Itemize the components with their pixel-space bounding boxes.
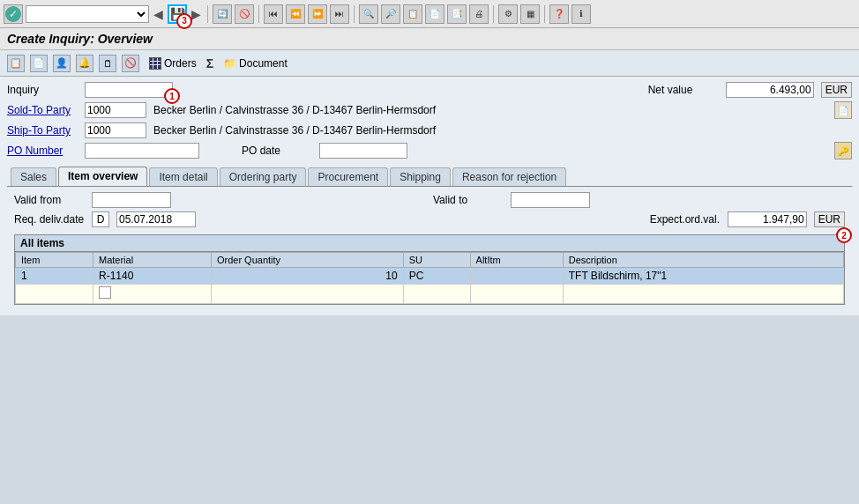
valid-to-label: Valid to <box>433 194 504 206</box>
sep5 <box>544 5 545 23</box>
st-icon1[interactable]: 📋 <box>7 55 25 72</box>
cell-item: 1 <box>16 268 93 285</box>
items-table: Item Material Order Quantity SU AltItm D… <box>15 252 844 304</box>
req-deliv-date-input[interactable] <box>116 211 196 227</box>
empty-alt <box>470 285 563 304</box>
print-button[interactable]: 🖨 <box>469 4 489 24</box>
sold-to-row: Sold-To Party Becker Berlin / Calvinstra… <box>7 101 852 119</box>
tab-ordering-party-label: Ordering party <box>229 171 297 183</box>
delivery-row: Req. deliv.date Expect.ord.val. EUR <box>14 211 845 227</box>
document-label: Document <box>239 57 288 70</box>
settings-button[interactable]: ⚙ <box>498 4 518 24</box>
empty-material <box>93 285 212 304</box>
sold-to-doc-icon[interactable]: 📄 <box>834 101 852 119</box>
sep4 <box>493 5 494 23</box>
orders-label: Orders <box>164 57 197 70</box>
col-item: Item <box>16 253 93 268</box>
tab-shipping[interactable]: Shipping <box>390 167 451 186</box>
sep1 <box>207 5 208 23</box>
key-icon[interactable]: 🔑 <box>834 142 852 159</box>
all-items-wrap: All items Item Material Order Quantity S… <box>14 234 845 305</box>
next-button[interactable]: ⏭ <box>330 4 349 24</box>
tab-reason-rejection-label: Reason for rejection <box>462 171 556 183</box>
empty-su <box>403 285 470 304</box>
valid-to-input[interactable] <box>511 192 590 208</box>
find3-button[interactable]: 📋 <box>403 4 422 24</box>
tab-ordering-party[interactable]: Ordering party <box>220 167 307 186</box>
inquiry-input[interactable] <box>85 82 173 98</box>
table-header-row: Item Material Order Quantity SU AltItm D… <box>16 253 844 268</box>
empty-desc <box>563 285 843 304</box>
ship-to-input[interactable] <box>85 122 146 138</box>
cell-description: TFT Bildschirm, 17"1 <box>563 268 843 285</box>
expect-ord-input[interactable] <box>728 211 807 227</box>
table-row[interactable]: 1 R-1140 10 PC TFT Bildschirm, 17"1 <box>16 268 844 285</box>
tab-content-area: Valid from Valid to Req. deliv.date Expe… <box>7 186 852 310</box>
prev-button[interactable]: ⏮ <box>264 4 283 24</box>
st-icon2[interactable]: 📄 <box>30 55 48 72</box>
cell-alt-itm <box>470 268 563 285</box>
layout-button[interactable]: ▦ <box>520 4 540 24</box>
st-icon3[interactable]: 👤 <box>53 55 71 72</box>
po-date-input[interactable] <box>319 143 407 159</box>
doc-icon: 📁 <box>223 57 236 70</box>
stop-button[interactable]: 🚫 <box>235 4 254 24</box>
command-input[interactable] <box>26 5 149 23</box>
empty-item <box>16 285 93 304</box>
tab-item-overview-label: Item overview <box>68 170 138 182</box>
net-value-label: Net value <box>648 84 719 96</box>
col-alt-itm: AltItm <box>470 253 563 268</box>
po-number-label[interactable]: PO Number <box>7 145 78 157</box>
check-icon: ✓ <box>5 6 21 22</box>
valid-from-input[interactable] <box>92 192 171 208</box>
po-number-input[interactable] <box>85 143 199 159</box>
info-button[interactable]: ℹ <box>571 4 591 24</box>
net-value-input[interactable] <box>726 82 814 98</box>
col-su: SU <box>403 253 470 268</box>
copy-button[interactable]: 📄 <box>425 4 444 24</box>
sep2 <box>258 5 259 23</box>
find2-button[interactable]: 🔎 <box>381 4 400 24</box>
valid-row: Valid from Valid to <box>14 192 845 208</box>
po-row: PO Number PO date 🔑 <box>7 142 852 159</box>
col-order-qty: Order Quantity <box>211 253 403 268</box>
tab-reason-rejection[interactable]: Reason for rejection <box>452 167 566 186</box>
table-row-empty[interactable] <box>16 285 844 304</box>
check-button[interactable]: ✓ <box>4 4 23 24</box>
next2-button[interactable]: ⏩ <box>308 4 327 24</box>
sigma-icon[interactable]: Σ <box>206 56 213 70</box>
select-button[interactable]: 📑 <box>447 4 467 24</box>
tab-item-overview[interactable]: Item overview <box>58 167 147 186</box>
st-icon6[interactable]: 🚫 <box>122 55 139 72</box>
refresh-button[interactable]: 🔄 <box>213 4 232 24</box>
orders-button[interactable]: Orders <box>145 56 201 71</box>
po-date-label: PO date <box>242 145 312 157</box>
st-icon4[interactable]: 🔔 <box>76 55 93 72</box>
help-button[interactable]: ❓ <box>549 4 569 24</box>
sold-to-address: Becker Berlin / Calvinstrasse 36 / D-134… <box>153 104 827 116</box>
prev2-button[interactable]: ⏪ <box>286 4 305 24</box>
tab-shipping-label: Shipping <box>400 171 441 183</box>
col-material: Material <box>93 253 212 268</box>
find-button[interactable]: 🔍 <box>359 4 378 24</box>
sold-to-input[interactable] <box>85 102 146 118</box>
badge-2: 2 <box>836 227 852 243</box>
inquiry-field-wrap: 1 <box>85 82 173 98</box>
badge-1: 1 <box>164 88 180 104</box>
sold-to-label[interactable]: Sold-To Party <box>7 104 78 116</box>
document-button[interactable]: 📁 Document <box>219 56 292 71</box>
req-deliv-d-input[interactable] <box>92 211 109 227</box>
tab-item-detail[interactable]: Item detail <box>149 167 217 186</box>
col-description: Description <box>563 253 843 268</box>
all-items-section: All items Item Material Order Quantity S… <box>14 234 845 305</box>
ship-to-label[interactable]: Ship-To Party <box>7 124 78 137</box>
tab-procurement[interactable]: Procurement <box>308 167 388 186</box>
tab-sales[interactable]: Sales <box>11 167 56 186</box>
nav-left-icon[interactable]: ◀ <box>152 7 165 21</box>
save-button-wrap: 💾 3 <box>168 4 187 24</box>
req-deliv-label: Req. deliv.date <box>14 213 85 226</box>
st-icon5[interactable]: 🗒 <box>99 55 116 72</box>
cell-order-qty: 10 <box>211 268 403 285</box>
page-title: Create Inquiry: Overview <box>0 28 859 50</box>
main-content: Inquiry 1 Net value EUR Sold-To Party Be… <box>0 77 859 315</box>
